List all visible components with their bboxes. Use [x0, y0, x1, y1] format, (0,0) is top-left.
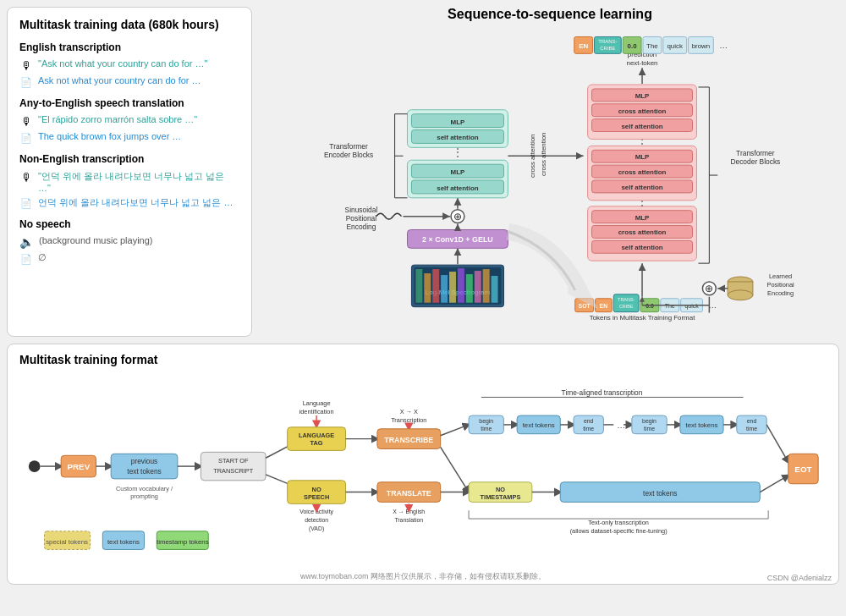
any-text-2: The quick brown fox jumps over …: [38, 131, 181, 141]
top-section: Multitask training data (680k hours) Eng…: [7, 7, 839, 337]
svg-text:NO: NO: [312, 486, 321, 493]
csdn-badge: CSDN @Adenialzz: [767, 574, 832, 582]
svg-text:cross attention: cross attention: [618, 107, 667, 115]
svg-text:begin: begin: [479, 418, 493, 425]
svg-text:detection: detection: [305, 517, 328, 523]
svg-text:quick: quick: [667, 42, 683, 50]
any-text-1: "El rápido zorro marrón salta sobre …": [38, 114, 197, 124]
svg-text:time: time: [644, 426, 655, 432]
svg-rect-3: [415, 269, 422, 303]
svg-text:cross attention: cross attention: [529, 134, 536, 178]
svg-text:EN: EN: [579, 42, 588, 50]
svg-text:text tokens: text tokens: [127, 467, 161, 476]
eng-text-2: Ask not what your country can do for …: [38, 75, 201, 85]
mic-icon-1: 🎙: [19, 58, 33, 72]
svg-text:identification: identification: [299, 408, 334, 415]
left-panel-title: Multitask training data (680k hours): [19, 18, 239, 31]
svg-text:TRANS-: TRANS-: [598, 39, 617, 44]
svg-text:brown: brown: [692, 42, 711, 50]
noeng-item-2: 📄 언덕 위에 올라 내려다보면 너무나 넓고 넓은 …: [19, 196, 239, 210]
svg-text:EOT: EOT: [794, 465, 811, 474]
svg-text:Translation: Translation: [394, 517, 423, 523]
svg-text:CRIBE: CRIBE: [619, 304, 634, 309]
noeng-text-1: "언덕 위에 올라 내려다보면 너무나 넓고 넓은 …": [38, 170, 239, 193]
right-panel: Sequence-to-sequence learning Log-Mel Sp…: [261, 7, 839, 337]
seq2seq-diagram: Log-Mel Spectrogram 2 ×: [261, 29, 839, 333]
svg-line-160: [441, 447, 469, 492]
any-item-2: 📄 The quick brown fox jumps over …: [19, 131, 239, 145]
seq2seq-svg: Log-Mel Spectrogram 2 ×: [261, 29, 839, 333]
svg-line-159: [441, 425, 469, 436]
svg-text:Tokens in Multitask Training F: Tokens in Multitask Training Format: [590, 314, 695, 322]
svg-text:timestamp tokens: timestamp tokens: [157, 538, 209, 546]
non-english-title: Non-English transcription: [19, 153, 239, 165]
doc-icon-2: 📄: [19, 131, 33, 145]
svg-text:⊕: ⊕: [453, 211, 462, 223]
svg-text:TRANSCRIPT: TRANSCRIPT: [213, 467, 254, 475]
any-to-english-section: Any-to-English speech translation 🎙 "El …: [19, 97, 239, 145]
svg-text:end: end: [747, 418, 757, 424]
svg-text:Language: Language: [303, 399, 331, 407]
svg-rect-10: [475, 271, 481, 303]
svg-rect-9: [466, 274, 473, 303]
svg-text:Time-aligned transcription: Time-aligned transcription: [562, 388, 643, 397]
svg-line-194: [760, 476, 788, 492]
mic-icon-2: 🎙: [19, 114, 33, 128]
svg-point-118: [29, 460, 41, 472]
english-transcription-title: English transcription: [19, 41, 239, 53]
watermark: www.toymoban.com 网络图片仅供展示，非存储，如有侵权请联系删除。: [300, 571, 546, 582]
svg-text:(VAD): (VAD): [309, 525, 324, 532]
svg-text:Encoder Blocks: Encoder Blocks: [324, 151, 373, 159]
svg-text:text tokens: text tokens: [685, 421, 717, 429]
svg-text:MLP: MLP: [635, 153, 650, 161]
svg-line-187: [766, 425, 788, 462]
svg-text:prompting: prompting: [130, 492, 158, 500]
svg-rect-11: [483, 269, 490, 303]
svg-text:time: time: [583, 426, 594, 432]
svg-text:START OF: START OF: [218, 457, 249, 465]
eng-text-1: "Ask not what your country can do for …": [38, 58, 207, 69]
svg-text:Text-only transcription: Text-only transcription: [588, 519, 649, 526]
svg-text:Encoding: Encoding: [767, 289, 794, 297]
svg-text:SPEECH: SPEECH: [304, 493, 329, 501]
svg-text:Encoding: Encoding: [346, 223, 376, 231]
svg-text:Learned: Learned: [769, 272, 792, 280]
svg-text:Sinusoidal: Sinusoidal: [345, 206, 378, 214]
svg-text:LANGUAGE: LANGUAGE: [299, 432, 334, 439]
svg-text:Transcription: Transcription: [391, 416, 426, 424]
left-panel: Multitask training data (680k hours) Eng…: [7, 7, 252, 337]
svg-rect-7: [449, 272, 456, 303]
nospch-item-1: 🔈 (background music playing): [19, 235, 239, 249]
svg-rect-8: [458, 268, 464, 303]
svg-text:X → X: X → X: [400, 408, 418, 415]
main-container: Multitask training data (680k hours) Eng…: [0, 0, 846, 616]
svg-text:⋮: ⋮: [453, 146, 463, 158]
svg-text:2 × Conv1D + GELU: 2 × Conv1D + GELU: [422, 235, 493, 244]
svg-text:self attention: self attention: [621, 184, 662, 191]
svg-rect-6: [441, 275, 448, 303]
doc-icon-3: 📄: [19, 196, 33, 210]
noeng-item-1: 🎙 "언덕 위에 올라 내려다보면 너무나 넓고 넓은 …": [19, 170, 239, 193]
svg-text:Custom vocabulary /: Custom vocabulary /: [116, 485, 173, 492]
svg-text:Transformer: Transformer: [329, 142, 368, 151]
svg-text:begin: begin: [642, 418, 656, 425]
svg-text:self attention: self attention: [437, 184, 478, 192]
svg-text:time: time: [746, 426, 757, 432]
svg-text:Decoder Blocks: Decoder Blocks: [730, 157, 780, 166]
svg-text:previous: previous: [131, 457, 158, 465]
doc-icon-1: 📄: [19, 75, 33, 89]
svg-text:The: The: [646, 42, 658, 50]
svg-text:text tokens: text tokens: [643, 489, 677, 498]
svg-text:(allows dataset-specific fine-: (allows dataset-specific fine-tuning): [570, 527, 667, 535]
svg-text:cross attention: cross attention: [618, 168, 667, 176]
svg-text:text tokens: text tokens: [107, 538, 140, 546]
svg-rect-12: [492, 276, 498, 303]
svg-text:self attention: self attention: [621, 244, 662, 251]
svg-text:quick: quick: [684, 303, 699, 310]
svg-text:Positional: Positional: [767, 281, 795, 289]
svg-text:self attention: self attention: [437, 134, 478, 141]
svg-text:next-token: next-token: [627, 59, 658, 67]
english-transcription-section: English transcription 🎙 "Ask not what yo…: [19, 41, 239, 89]
no-speech-title: No speech: [19, 218, 239, 230]
svg-text:MLP: MLP: [451, 168, 465, 176]
